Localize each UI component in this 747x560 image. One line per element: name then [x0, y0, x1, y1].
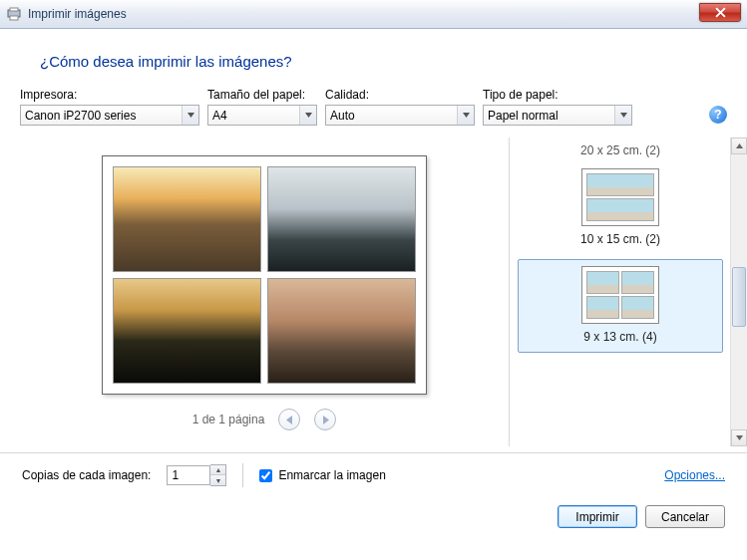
- frame-checkbox-wrap[interactable]: Enmarcar la imagen: [259, 468, 385, 482]
- paper-size-label: Tamaño del papel:: [207, 88, 317, 102]
- cancel-button-label: Cancelar: [661, 510, 709, 524]
- frame-label: Enmarcar la imagen: [278, 468, 385, 482]
- preview-image: [113, 278, 261, 384]
- arrow-up-icon: [736, 143, 743, 148]
- bottom-controls: Copias de cada imagen: ▲ ▼ Enmarcar la i…: [0, 453, 747, 497]
- dialog-heading: ¿Cómo desea imprimir las imágenes?: [0, 29, 747, 88]
- chevron-down-icon: [299, 106, 316, 125]
- layout-thumb: [581, 168, 659, 226]
- print-button[interactable]: Imprimir: [558, 505, 637, 528]
- close-icon: [715, 7, 726, 18]
- printer-label: Impresora:: [20, 88, 199, 102]
- printer-select[interactable]: Canon iP2700 series: [20, 105, 199, 126]
- paper-type-label: Tipo de papel:: [483, 88, 632, 102]
- paper-size-select[interactable]: A4: [207, 105, 317, 126]
- arrow-left-icon: [286, 416, 293, 424]
- frame-checkbox[interactable]: [259, 469, 272, 482]
- preview-image: [113, 166, 261, 272]
- print-button-label: Imprimir: [575, 510, 618, 524]
- scroll-down-button[interactable]: [731, 429, 747, 446]
- layout-item-label: 10 x 15 cm. (2): [519, 232, 722, 246]
- app-icon: [6, 6, 22, 22]
- arrow-down-icon: [736, 435, 743, 440]
- copies-down-button[interactable]: ▼: [210, 475, 225, 485]
- svg-rect-2: [10, 16, 18, 20]
- paper-type-select[interactable]: Papel normal: [483, 105, 632, 126]
- chevron-down-icon: [457, 106, 474, 125]
- svg-rect-1: [10, 8, 18, 11]
- scrollbar-thumb[interactable]: [732, 267, 746, 327]
- title-bar: Imprimir imágenes: [0, 0, 747, 29]
- layout-item-10x15[interactable]: 10 x 15 cm. (2): [518, 161, 723, 255]
- main-area: 1 de 1 página 20 x 25 cm. (2) 10 x 15 cm…: [0, 138, 747, 446]
- preview-image: [267, 278, 416, 384]
- paper-size-value: A4: [212, 109, 227, 123]
- quality-label: Calidad:: [325, 88, 475, 102]
- scrollbar[interactable]: [730, 138, 747, 446]
- help-icon[interactable]: ?: [709, 106, 727, 124]
- settings-row: Impresora: Canon iP2700 series Tamaño de…: [0, 88, 747, 138]
- quality-select[interactable]: Auto: [325, 105, 475, 126]
- chevron-down-icon: [614, 106, 631, 125]
- layouts-panel: 20 x 25 cm. (2) 10 x 15 cm. (2) 9 x 13 c…: [509, 138, 747, 446]
- arrow-right-icon: [322, 416, 329, 424]
- printer-value: Canon iP2700 series: [25, 109, 136, 123]
- preview-panel: 1 de 1 página: [20, 138, 509, 446]
- preview-page: [102, 155, 427, 395]
- layout-item-label: 20 x 25 cm. (2): [518, 143, 723, 161]
- page-indicator: 1 de 1 página: [192, 413, 265, 426]
- action-row: Imprimir Cancelar: [0, 497, 747, 542]
- layout-item-9x13[interactable]: 9 x 13 cm. (4): [518, 259, 723, 353]
- copies-input[interactable]: [167, 465, 210, 485]
- page-navigation: 1 de 1 página: [192, 409, 337, 430]
- cancel-button[interactable]: Cancelar: [645, 505, 725, 528]
- options-link[interactable]: Opciones...: [664, 468, 725, 482]
- scroll-up-button[interactable]: [731, 138, 747, 154]
- separator: [242, 463, 243, 487]
- window-title: Imprimir imágenes: [28, 7, 127, 21]
- next-page-button[interactable]: [314, 409, 336, 430]
- prev-page-button[interactable]: [278, 409, 300, 430]
- layout-item-label: 9 x 13 cm. (4): [519, 330, 722, 344]
- close-button[interactable]: [699, 3, 741, 22]
- preview-image: [267, 166, 416, 272]
- paper-type-value: Papel normal: [488, 109, 559, 123]
- quality-value: Auto: [330, 109, 355, 123]
- layout-thumb: [581, 266, 659, 324]
- copies-up-button[interactable]: ▲: [210, 465, 225, 475]
- chevron-down-icon: [182, 106, 198, 125]
- copies-label: Copias de cada imagen:: [22, 468, 151, 482]
- copies-stepper: ▲ ▼: [167, 464, 226, 486]
